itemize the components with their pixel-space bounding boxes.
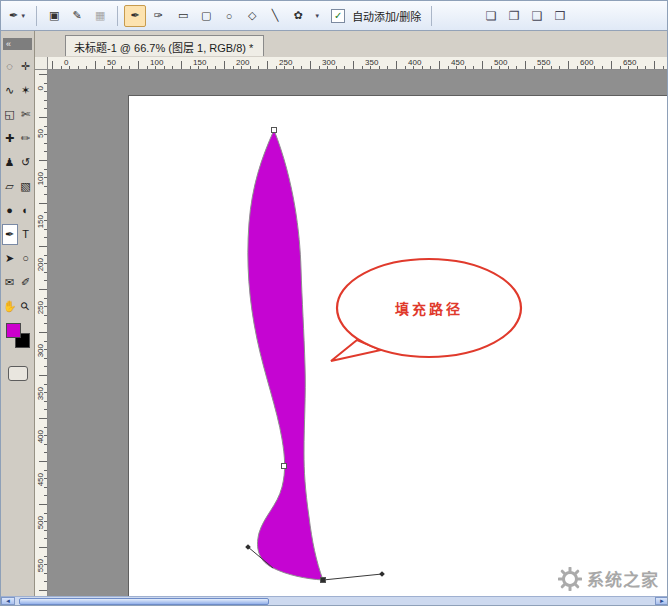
rectangle-tool-button[interactable]: ▭: [172, 5, 194, 27]
ruler-number: 100: [150, 58, 163, 67]
ruler-tick: [473, 66, 474, 69]
clone-stamp-tool-icon: ♟: [5, 156, 15, 169]
ellipse-shape-tool[interactable]: ○: [18, 248, 34, 269]
paths-button[interactable]: ✎: [66, 5, 88, 27]
path-selection-tool[interactable]: ➤: [2, 248, 18, 269]
move-tool[interactable]: ✛: [18, 56, 34, 77]
ruler-tick: [344, 66, 345, 69]
healing-brush-tool-icon: ✚: [5, 132, 14, 145]
healing-brush-tool[interactable]: ✚: [2, 128, 18, 149]
horizontal-scrollbar[interactable]: ◄ ►: [1, 596, 668, 605]
paths-icon: ✎: [73, 9, 82, 22]
horizontal-ruler[interactable]: 050100150200250300350400450500550600650: [48, 57, 668, 70]
separator: [36, 6, 37, 26]
gradient-tool[interactable]: ▧: [18, 176, 34, 197]
magic-wand-tool[interactable]: ✶: [18, 80, 34, 101]
intersect-path-area-button[interactable]: ❑: [526, 5, 548, 27]
ruler-tick: [542, 66, 543, 69]
rounded-rectangle-tool-button[interactable]: ▢: [195, 5, 217, 27]
ruler-tick: [44, 435, 47, 436]
ruler-tick: [44, 530, 47, 531]
ruler-tick: [267, 61, 268, 69]
ruler-corner: [35, 57, 48, 70]
crop-tool[interactable]: ◱: [2, 104, 18, 125]
ruler-tick: [327, 66, 328, 69]
rectangle-tool-icon: ▭: [178, 9, 188, 22]
ruler-tick: [44, 366, 47, 367]
fill-pixels-button[interactable]: ▦: [89, 5, 111, 27]
pen-tool[interactable]: ✒: [2, 224, 18, 245]
auto-add-delete-checkbox[interactable]: ✓: [331, 9, 345, 23]
ruler-tick: [44, 108, 47, 109]
type-tool[interactable]: T: [18, 224, 34, 245]
ruler-tick: [39, 418, 47, 419]
subtract-path-area-button[interactable]: ❐: [503, 5, 525, 27]
ruler-number: 0: [36, 86, 45, 90]
ruler-tick: [310, 61, 311, 69]
ruler-tick: [525, 61, 526, 69]
ellipse-tool-button[interactable]: ○: [218, 5, 240, 27]
blur-tool[interactable]: ●: [2, 200, 18, 221]
ruler-tick: [95, 61, 96, 69]
eraser-tool[interactable]: ▱: [2, 176, 18, 197]
quick-mask-mode-button[interactable]: [8, 366, 28, 381]
slice-tool[interactable]: ✄: [18, 104, 34, 125]
ruler-tick: [620, 66, 621, 69]
history-brush-tool[interactable]: ↺: [18, 152, 34, 173]
ruler-tick: [293, 66, 294, 69]
crop-tool-icon: ◱: [4, 108, 14, 121]
pen-tool-icon: ✒: [131, 9, 140, 22]
collapse-chevrons-icon: «: [6, 39, 11, 49]
ruler-tick: [258, 66, 259, 69]
ruler-tick: [44, 581, 47, 582]
pasteboard[interactable]: [48, 70, 668, 598]
canvas-page[interactable]: [129, 96, 668, 598]
exclude-path-area-button[interactable]: ❒: [549, 5, 571, 27]
eyedropper-tool[interactable]: ✐: [18, 272, 34, 293]
ruler-tick: [39, 332, 47, 333]
notes-tool-icon: ✉: [5, 276, 14, 289]
ellipse-shape-tool-icon: ○: [22, 252, 29, 264]
ruler-tick: [516, 66, 517, 69]
ruler-tick: [39, 246, 47, 247]
history-brush-tool-icon: ↺: [21, 156, 30, 169]
ruler-tick: [44, 212, 47, 213]
polygon-tool-button[interactable]: ◇: [241, 5, 263, 27]
zoom-tool[interactable]: ⚲: [18, 296, 34, 317]
ruler-number: 350: [365, 58, 378, 67]
brush-tool[interactable]: ✏: [18, 128, 34, 149]
shape-layers-button[interactable]: ▣: [43, 5, 65, 27]
document-tab[interactable]: 未标题-1 @ 66.7% (图层 1, RGB/8) *: [65, 35, 264, 56]
brush-tool-icon: ✏: [21, 132, 30, 145]
freeform-pen-tool-icon: ✑: [154, 9, 163, 22]
pen-tool-button[interactable]: ✒: [124, 5, 146, 27]
custom-shape-tool-button[interactable]: ✿: [287, 5, 309, 27]
hand-tool[interactable]: ✋: [2, 296, 18, 317]
ruler-tick: [250, 66, 251, 69]
ruler-tick: [628, 66, 629, 69]
ruler-tick: [44, 556, 47, 557]
ruler-tick: [44, 427, 47, 428]
ruler-tick: [482, 61, 483, 69]
lasso-tool[interactable]: ∿: [2, 80, 18, 101]
tool-preset-picker[interactable]: ✒ ▼: [5, 4, 30, 28]
toolbox-collapse-header[interactable]: «: [3, 38, 32, 50]
scroll-right-arrow[interactable]: ►: [655, 597, 668, 605]
shapes-dropdown-arrow[interactable]: ▼: [314, 13, 320, 19]
add-path-area-button[interactable]: ❏: [480, 5, 502, 27]
ruler-tick: [129, 66, 130, 69]
foreground-color-swatch[interactable]: [6, 323, 21, 338]
line-tool-button[interactable]: ╲: [264, 5, 286, 27]
clone-stamp-tool[interactable]: ♟: [2, 152, 18, 173]
vertical-ruler[interactable]: 050100150200250300350400450500550: [35, 70, 48, 598]
scrollbar-thumb[interactable]: [19, 598, 269, 605]
ruler-tick: [44, 495, 47, 496]
notes-tool[interactable]: ✉: [2, 272, 18, 293]
scroll-left-arrow[interactable]: ◄: [1, 597, 15, 605]
ruler-tick: [44, 151, 47, 152]
ruler-tick: [319, 66, 320, 69]
rectangular-marquee-tool[interactable]: ◌: [2, 56, 18, 77]
ruler-tick: [585, 66, 586, 69]
dodge-tool[interactable]: ◐: [18, 200, 34, 221]
freeform-pen-tool-button[interactable]: ✑: [147, 5, 169, 27]
